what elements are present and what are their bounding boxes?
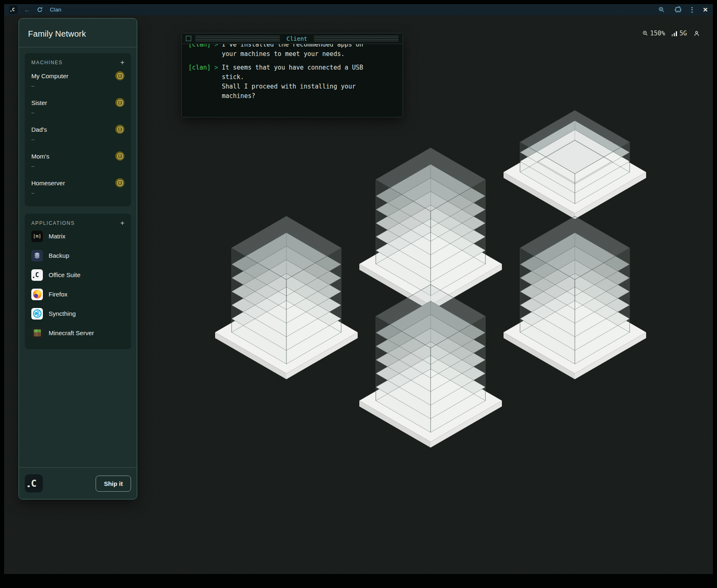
machine-detail: – [31, 83, 124, 89]
zoom-level-value: 150% [650, 30, 665, 37]
signal-bars-icon [672, 31, 677, 36]
application-list-item[interactable]: Firefox [31, 285, 124, 304]
application-list-item[interactable]: [m] Matrix [31, 226, 124, 246]
machine-list-item[interactable]: Sister ! – [31, 93, 124, 119]
machine-list-item[interactable]: My Computer ! – [31, 66, 124, 93]
user-icon [694, 30, 700, 37]
machine-name: Sister [31, 99, 47, 106]
application-list-item[interactable]: Backup [31, 246, 124, 265]
sidebar-content[interactable]: MACHINES + My Computer ! – Sister ! – Da… [19, 47, 137, 467]
titlebar-stripes [314, 36, 398, 41]
titlebar-stripes [195, 36, 280, 41]
canvas-hud: 150% 5G [642, 30, 700, 37]
network-type-value: 5G [680, 30, 687, 37]
terminal-close-box-icon[interactable] [186, 36, 191, 41]
terminal-message-separator: > [214, 44, 218, 59]
machine-detail: – [31, 110, 124, 116]
application-list-item[interactable]: Minecraft Server [31, 323, 124, 343]
backup-icon [31, 250, 43, 261]
office-suite-icon: C [31, 269, 43, 281]
machine-list-item[interactable]: Dad's ! – [31, 119, 124, 146]
warning-status-icon[interactable]: ! [115, 98, 124, 107]
browser-window: C ← Clan ✕ [4, 4, 713, 574]
application-label: Backup [49, 252, 69, 259]
machine-name: Mom's [31, 153, 49, 160]
warning-status-icon[interactable]: ! [115, 152, 124, 161]
machine-cube-3[interactable] [215, 209, 358, 382]
machine-detail: – [31, 136, 124, 142]
tab-title[interactable]: Clan [50, 7, 61, 13]
terminal-message: [clan] > I've installed the recommended … [188, 44, 396, 59]
warning-status-icon[interactable]: ! [115, 71, 124, 80]
close-window-icon[interactable]: ✕ [703, 7, 708, 13]
machine-list-item[interactable]: Homeserver ! – [31, 173, 124, 200]
add-machine-button[interactable]: + [120, 59, 124, 66]
add-application-button[interactable]: + [120, 219, 124, 226]
machine-list-item[interactable]: Mom's ! – [31, 146, 124, 173]
application-label: Matrix [49, 233, 66, 240]
terminal-body[interactable]: [clan] > I've installed the recommended … [182, 44, 403, 117]
terminal-message-text: It seems that you have connected a USBst… [222, 63, 363, 101]
syncthing-icon [31, 308, 43, 320]
machine-cube-5[interactable] [359, 277, 502, 450]
terminal-titlebar[interactable]: Client [182, 33, 403, 44]
machine-cube-1[interactable] [504, 49, 646, 222]
application-label: Office Suite [49, 271, 80, 278]
back-icon[interactable]: ← [24, 7, 30, 13]
terminal-title: Client [284, 35, 310, 42]
menu-kebab-icon[interactable] [691, 7, 693, 13]
warning-status-icon[interactable]: ! [115, 125, 124, 134]
sidebar-footer: C Ship it [19, 467, 137, 499]
network-indicator[interactable]: 5G [672, 30, 687, 37]
application-list: [m] Matrix Backup C Office Suite Firefox… [31, 226, 124, 343]
terminal-message-text: I've installed the recommended apps onyo… [222, 44, 363, 59]
application-list-item[interactable]: C Office Suite [31, 265, 124, 285]
warning-status-icon[interactable]: ! [115, 178, 124, 187]
zoom-magnifier-icon [642, 30, 648, 36]
sidebar-title: Family Network [19, 19, 137, 47]
machine-detail: – [31, 190, 124, 196]
machine-name: Dad's [31, 126, 47, 133]
extensions-puzzle-icon[interactable] [675, 6, 682, 13]
machine-cube-4[interactable] [504, 209, 646, 382]
application-label: Syncthing [49, 310, 76, 317]
machine-name: My Computer [31, 72, 68, 79]
machines-header: MACHINES [31, 60, 63, 65]
browser-topbar: C ← Clan ✕ [4, 4, 713, 15]
reload-icon[interactable] [37, 7, 43, 13]
matrix-icon: [m] [31, 231, 43, 242]
zoom-page-icon[interactable] [658, 7, 665, 13]
applications-header: APPLICATIONS [31, 220, 75, 226]
applications-panel: APPLICATIONS + [m] Matrix Backup C Offic… [25, 214, 131, 349]
clan-logo-icon[interactable]: C [9, 5, 18, 14]
application-label: Firefox [49, 291, 68, 298]
machine-list: My Computer ! – Sister ! – Dad's ! – Mom… [31, 66, 124, 200]
minecraft-server-icon [31, 327, 43, 339]
terminal-message: [clan] > It seems that you have connecte… [188, 63, 396, 101]
ship-it-button[interactable]: Ship it [96, 476, 131, 492]
machines-panel: MACHINES + My Computer ! – Sister ! – Da… [25, 53, 131, 206]
firefox-icon [31, 289, 43, 300]
terminal-message-prefix: [clan] [188, 44, 211, 59]
machine-detail: – [31, 163, 124, 169]
family-network-sidebar: Family Network MACHINES + My Computer ! … [19, 18, 137, 499]
client-terminal-window[interactable]: Client [clan] > I've installed the recom… [181, 33, 403, 117]
clan-logo-icon[interactable]: C [25, 474, 43, 492]
machine-name: Homeserver [31, 180, 65, 187]
application-label: Minecraft Server [49, 329, 94, 336]
zoom-level-indicator[interactable]: 150% [642, 30, 665, 37]
terminal-message-prefix: [clan] [188, 63, 211, 101]
terminal-message-separator: > [214, 63, 218, 101]
application-list-item[interactable]: Syncthing [31, 304, 124, 323]
user-indicator[interactable] [694, 30, 700, 37]
